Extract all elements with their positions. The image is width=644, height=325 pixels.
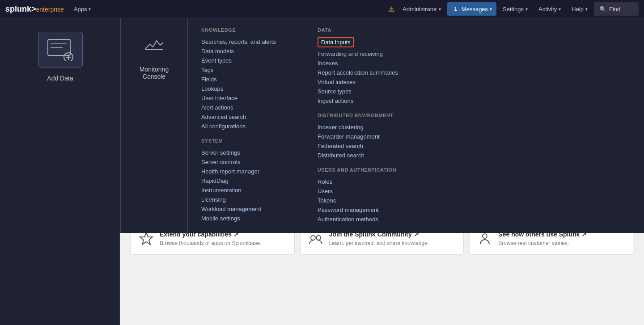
indexes-link[interactable]: Indexes (318, 59, 416, 68)
all-configurations-link[interactable]: All configurations (201, 122, 300, 131)
forwarding-receiving-link[interactable]: Forwarding and receiving (318, 49, 416, 59)
mobile-settings-link[interactable]: Mobile settings (201, 214, 300, 223)
source-types-link[interactable]: Source types (318, 87, 416, 96)
fields-link[interactable]: Fields (201, 75, 300, 84)
extend-capabilities-content: Extend your capabilities ↗ Browse thousa… (160, 231, 287, 247)
lookups-link[interactable]: Lookups (201, 84, 300, 93)
extend-capabilities-icon (138, 231, 154, 247)
tokens-link[interactable]: Tokens (318, 196, 416, 205)
data-models-link[interactable]: Data models (201, 46, 300, 56)
server-settings-link[interactable]: Server settings (201, 148, 300, 157)
how-others-use-icon (477, 231, 493, 247)
messages-menu-button[interactable]: 1 Messages ▾ (447, 2, 496, 16)
settings-menu-columns: KNOWLEDGE Searches, reports, and alerts … (188, 18, 644, 233)
svg-point-18 (311, 236, 315, 240)
licensing-link[interactable]: Licensing (201, 195, 300, 204)
searches-reports-alerts-link[interactable]: Searches, reports, and alerts (201, 37, 300, 46)
apps-menu-button[interactable]: Apps ▾ (69, 2, 96, 16)
advanced-search-link[interactable]: Advanced search (201, 112, 300, 122)
ingest-actions-link[interactable]: Ingest actions (318, 96, 416, 106)
server-controls-link[interactable]: Server controls (201, 157, 300, 167)
splunk-community-icon (308, 231, 324, 247)
messages-caret-icon: ▾ (490, 7, 492, 12)
apps-caret-icon: ▾ (89, 7, 91, 12)
virtual-indexes-link[interactable]: Virtual indexes (318, 77, 416, 87)
event-types-link[interactable]: Event types (201, 56, 300, 65)
password-management-link[interactable]: Password management (318, 205, 416, 215)
splunk-community-content: Join the Splunk Community ↗ Learn, get i… (329, 231, 457, 247)
user-interface-link[interactable]: User interface (201, 93, 300, 103)
admin-caret-icon: ▾ (439, 7, 441, 12)
administrator-menu-button[interactable]: Administrator ▾ (398, 2, 445, 16)
settings-menu-button[interactable]: Settings ▾ (498, 2, 532, 16)
distributed-search-link[interactable]: Distributed search (318, 151, 416, 160)
top-navigation: splunk>enterprise Apps ▾ ⚠ Administrator… (0, 0, 644, 18)
settings-caret-icon: ▾ (525, 7, 528, 12)
extend-capabilities-desc: Browse thousands of apps on Splunkbase. (160, 240, 287, 247)
instrumentation-link[interactable]: Instrumentation (201, 186, 300, 195)
system-section-title: SYSTEM (201, 138, 300, 144)
help-caret-icon: ▾ (585, 7, 588, 12)
users-link[interactable]: Users (318, 186, 416, 196)
monitoring-console-panel: MonitoringConsole (121, 18, 188, 233)
add-data-icon-box (38, 32, 83, 68)
help-menu-button[interactable]: Help ▾ (567, 2, 592, 16)
how-others-use-desc: Browse real customer stories. (498, 240, 626, 247)
messages-badge: 1 (452, 5, 460, 13)
warning-icon: ⚠ (388, 5, 394, 13)
monitoring-console-label[interactable]: MonitoringConsole (140, 66, 169, 80)
svg-point-20 (483, 234, 487, 238)
how-others-use-content: See how others use Splunk ↗ Browse real … (498, 231, 626, 247)
svg-marker-17 (140, 232, 153, 245)
workload-management-link[interactable]: Workload management (201, 204, 300, 214)
search-icon: 🔍 (599, 6, 606, 13)
find-button[interactable]: 🔍 Find (594, 2, 639, 16)
settings-dropdown: Add Data MonitoringConsole KNOWLEDGE Sea… (0, 18, 644, 233)
roles-link[interactable]: Roles (318, 177, 416, 186)
data-section-title: DATA (318, 27, 416, 33)
add-data-panel-label[interactable]: Add Data (47, 75, 73, 82)
alert-actions-link[interactable]: Alert actions (201, 103, 300, 112)
monitoring-console-icon (136, 32, 172, 59)
activity-caret-icon: ▾ (559, 7, 561, 12)
knowledge-column: KNOWLEDGE Searches, reports, and alerts … (201, 27, 300, 224)
distributed-env-section-title: DISTRIBUTED ENVIRONMENT (318, 113, 416, 118)
tags-link[interactable]: Tags (201, 65, 300, 75)
data-inputs-link[interactable]: Data inputs (318, 37, 354, 47)
users-auth-section-title: USERS AND AUTHENTICATION (318, 167, 416, 173)
indexer-clustering-link[interactable]: Indexer clustering (318, 122, 416, 132)
nav-right-section: ⚠ Administrator ▾ 1 Messages ▾ Settings … (388, 2, 639, 16)
splunk-community-desc: Learn, get inspired, and share knowledge… (329, 240, 457, 247)
rapiddiag-link[interactable]: RapidDiag (201, 176, 300, 186)
logo[interactable]: splunk>enterprise (5, 4, 64, 14)
data-column: DATA Data inputs Forwarding and receivin… (318, 27, 416, 224)
knowledge-section-title: KNOWLEDGE (201, 27, 300, 33)
add-data-panel: Add Data (0, 18, 121, 233)
authentication-methods-link[interactable]: Authentication methods (318, 215, 416, 224)
report-acceleration-link[interactable]: Report acceleration summaries (318, 68, 416, 77)
federated-search-link[interactable]: Federated search (318, 141, 416, 151)
svg-point-19 (316, 236, 321, 240)
health-report-manager-link[interactable]: Health report manager (201, 167, 300, 176)
forwarder-management-link[interactable]: Forwarder management (318, 132, 416, 141)
activity-menu-button[interactable]: Activity ▾ (534, 2, 565, 16)
